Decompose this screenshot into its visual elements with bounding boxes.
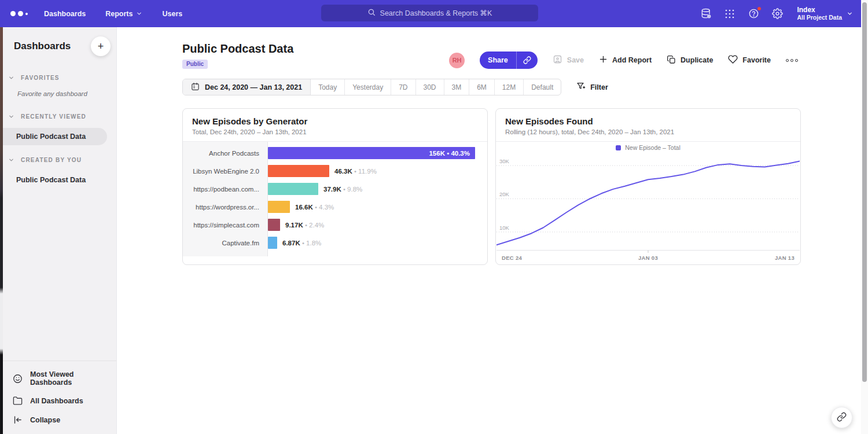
preset-7d[interactable]: 7D [391,79,415,95]
bar-category-label: Libsyn WebEngine 2.0 [183,168,267,175]
footer-item-most-viewed-dashboards[interactable]: Most Viewed Dashboards [0,366,116,391]
top-navbar: DashboardsReportsUsers Search Dashboards… [0,0,861,27]
more-options-icon[interactable] [786,59,798,62]
section-header-created-by-you[interactable]: CREATED BY YOU [0,153,116,167]
sidebar-item-public-podcast-data[interactable]: Public Podcast Data [0,128,107,145]
project-name: Index [797,6,842,14]
y-axis-tick: 30K [499,158,509,164]
app-logo[interactable] [10,11,28,16]
footer-item-all-dashboards[interactable]: All Dashboards [0,391,116,410]
bar-category-label: Anchor Podcasts [183,150,267,157]
save-button[interactable]: Save [553,54,584,66]
filter-button[interactable]: Filter [576,82,608,93]
settings-icon[interactable] [771,8,784,20]
copy-link-fab[interactable] [831,407,852,428]
bar-category-label: https://wordpress.or... [183,204,267,211]
bar-segment[interactable]: 156K • 40.3% [268,147,475,159]
sidebar-section: CREATED BY YOUPublic Podcast Data [0,153,116,189]
y-axis-tick: 10K [499,225,509,231]
preset-today[interactable]: Today [311,79,345,95]
bar-segment[interactable] [268,201,290,213]
date-range-picker[interactable]: Dec 24, 2020 — Jan 13, 2021 [183,79,311,95]
add-report-button[interactable]: Add Report [599,55,652,65]
sidebar-sections: FAVORITESFavorite any dashboardRECENTLY … [0,71,116,189]
preset-30d[interactable]: 30D [416,79,444,95]
search-icon [367,8,376,18]
project-switcher[interactable]: Index All Project Data [797,6,853,21]
global-search-input[interactable]: Search Dashboards & Reports ⌘K [321,5,538,21]
calendar-icon [191,82,200,93]
x-axis-tick: DEC 24 [502,255,522,261]
chevron-down-icon [136,10,142,17]
bar-segment[interactable] [268,219,280,231]
chevron-down-icon [8,113,14,120]
page-title: Public Podcast Data [182,42,293,56]
app-root: DashboardsReportsUsers Search Dashboards… [0,0,868,434]
footer-item-collapse[interactable]: Collapse [0,410,116,429]
preset-default[interactable]: Default [524,79,561,95]
section-empty-text: Favorite any dashboard [0,84,116,104]
help-icon[interactable] [747,8,760,20]
line-plot-area: 10K20K30K [496,154,800,253]
search-placeholder: Search Dashboards & Reports ⌘K [380,9,492,17]
sidebar-title: Dashboards [14,41,71,52]
x-axis-labels: DEC 24JAN 03JAN 13 [496,253,800,263]
share-label: Share [480,52,517,69]
link-icon [837,412,847,424]
x-axis-tick: JAN 03 [638,255,658,261]
visibility-badge: Public [182,60,208,69]
collapse-icon [13,415,23,425]
bar-row: https://podbean.com...37.9K • 9.8% [183,180,487,198]
preset-12m[interactable]: 12M [495,79,524,95]
section-header-favorites[interactable]: FAVORITES [0,71,116,84]
sidebar-section: FAVORITESFavorite any dashboard [0,71,116,104]
save-icon [553,54,562,66]
scrollbar-thumb[interactable] [862,2,867,382]
section-header-recently-viewed[interactable]: RECENTLY VIEWED [0,110,116,123]
bar-row: Anchor Podcasts156K • 40.3% [183,144,487,162]
chart-legend: New Episode – Total [496,142,800,154]
new-dashboard-button[interactable]: + [91,36,111,56]
share-button[interactable]: Share [480,52,538,69]
nav-item-dashboards[interactable]: Dashboards [44,10,86,18]
data-icon[interactable] [700,8,712,20]
chart-subtitle: Total, Dec 24th, 2020 – Jan 13th, 2021 [192,128,478,135]
nav-item-reports[interactable]: Reports [105,10,142,18]
y-axis-tick: 20K [499,191,509,197]
bar-value-label: 6.87K • 1.8% [282,240,321,247]
sidebar-item-public-podcast-data[interactable]: Public Podcast Data [0,171,107,189]
avatar[interactable]: RH [449,53,465,68]
preset-3m[interactable]: 3M [444,79,470,95]
bar-category-label: Captivate.fm [183,240,267,247]
favorite-button[interactable]: Favorite [728,54,771,66]
date-range-text: Dec 24, 2020 — Jan 13, 2021 [205,83,302,91]
line-series[interactable] [496,161,800,245]
bar-segment[interactable] [268,165,329,177]
bar-row: Libsyn WebEngine 2.046.3K • 11.9% [183,162,487,180]
nav-item-users[interactable]: Users [162,10,182,18]
legend-swatch [616,145,621,150]
plus-icon [599,55,608,65]
bar-row: https://wordpress.or...16.6K • 4.3% [183,198,487,216]
bar-segment[interactable] [268,183,318,195]
sidebar-section: RECENTLY VIEWEDPublic Podcast Data [0,110,116,145]
share-link-icon[interactable] [517,52,538,69]
preset-yesterday[interactable]: Yesterday [345,79,391,95]
apps-grid-icon[interactable] [723,8,736,20]
notification-dot [757,6,762,11]
chart-card-bar[interactable]: New Episodes by Generator Total, Dec 24t… [182,108,488,265]
legend-label: New Episode – Total [625,144,681,151]
bar-value-label: 16.6K • 4.3% [295,204,334,211]
chart-title: New Episodes Found [505,116,791,126]
bar-chart: Anchor Podcasts156K • 40.3%Libsyn WebEng… [183,142,487,263]
page-scrollbar[interactable] [861,0,868,434]
bar-value-label: 156K • 40.3% [429,150,475,157]
duplicate-button[interactable]: Duplicate [667,55,713,66]
filter-icon [576,82,586,93]
line-chart: New Episode – Total 10K20K30K DEC 24JAN … [496,142,800,263]
bar-segment[interactable] [268,237,277,249]
sidebar-footer: Most Viewed DashboardsAll DashboardsColl… [0,361,116,429]
sidebar: Dashboards + FAVORITESFavorite any dashb… [0,27,117,434]
preset-6m[interactable]: 6M [469,79,495,95]
chart-card-line[interactable]: New Episodes Found Rolling (12 hours), t… [495,108,801,265]
